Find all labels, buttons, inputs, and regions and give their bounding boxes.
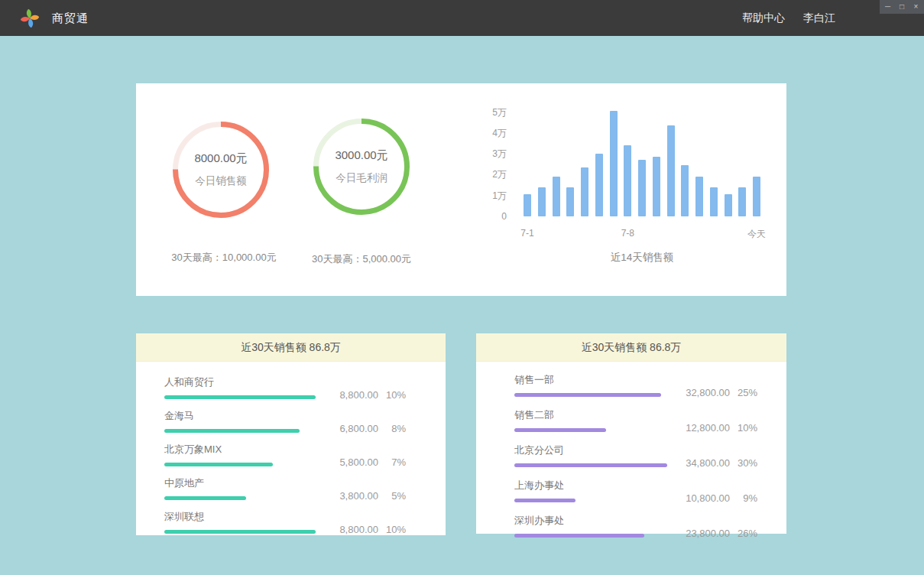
daily-bar xyxy=(753,177,760,216)
rank-item-bar xyxy=(164,429,317,433)
app-title: 商贸通 xyxy=(52,0,89,36)
rank-item-name: 北京分公司 xyxy=(514,443,757,457)
titlebar-nav: 帮助中心 李白江 xyxy=(742,0,835,36)
daily-y-tick: 3万 xyxy=(475,148,507,159)
rank-item-bar xyxy=(514,499,667,502)
rank-item-bar xyxy=(514,428,667,432)
daily-bar xyxy=(638,160,646,216)
titlebar: 商贸通 帮助中心 李白江 ─ □ × xyxy=(0,0,924,36)
rank-item-percent: 10% xyxy=(378,524,406,535)
daily-bar xyxy=(553,177,560,216)
rank-row: 北京分公司34,800.0030% xyxy=(514,443,757,467)
today-sales-caption: 今日销售额 xyxy=(195,174,247,188)
daily-chart-x-axis: 7-17-8今天 xyxy=(524,228,760,240)
rank-item-amount: 12,800.00 xyxy=(679,422,730,434)
rank-item-amount: 32,800.00 xyxy=(679,387,730,398)
profit-30d-max-label: 30天最高：5,000.00元 xyxy=(285,252,438,266)
minimize-button[interactable]: ─ xyxy=(882,0,894,14)
today-sales-donut: 8000.00元 今日销售额 xyxy=(173,122,269,218)
daily-y-tick: 5万 xyxy=(475,107,507,118)
rank-item-bar xyxy=(164,530,317,534)
rank-item-bar xyxy=(164,395,317,399)
rank-item-name: 中原地产 xyxy=(164,476,406,490)
daily-bar xyxy=(710,187,718,216)
rank-item-percent: 10% xyxy=(378,389,406,401)
rank-item-amount: 8,800.00 xyxy=(328,524,378,535)
rank-item-percent: 8% xyxy=(378,423,406,434)
rank-item-percent: 9% xyxy=(730,492,757,504)
rank-item-name: 人和商贸行 xyxy=(164,375,406,389)
rank-row: 北京万象MIX5,800.007% xyxy=(164,443,406,466)
rank-item-amount: 8,800.00 xyxy=(328,389,378,401)
rank-item-name: 深圳办事处 xyxy=(514,514,757,528)
daily-bar xyxy=(538,187,546,216)
daily-bar xyxy=(695,177,703,216)
rank-item-amount: 6,800.00 xyxy=(328,423,378,434)
daily-bar xyxy=(653,157,660,216)
today-sales-value: 8000.00元 xyxy=(194,151,247,166)
rank-item-bar xyxy=(514,463,667,467)
rank-row: 上海办事处10,800.009% xyxy=(514,479,757,502)
daily-y-tick: 0 xyxy=(475,211,507,222)
app-logo-pinwheel-icon xyxy=(18,7,41,30)
customer-ranking-list: 人和商贸行8,800.0010%金海马6,800.008%北京万象MIX5,80… xyxy=(136,362,446,534)
daily-bar xyxy=(610,111,618,216)
app-window: 商贸通 帮助中心 李白江 ─ □ × 8000.00元 今日销售额 30天最高：… xyxy=(0,0,924,575)
rank-item-percent: 25% xyxy=(730,387,757,398)
daily-bar xyxy=(725,194,732,216)
daily-bar xyxy=(524,194,531,216)
department-ranking-card: 近30天销售额 86.8万 销售一部32,800.0025%销售二部12,800… xyxy=(476,333,786,534)
rank-item-name: 销售二部 xyxy=(514,408,757,422)
daily-chart-title: 近14天销售额 xyxy=(524,251,760,265)
daily-y-tick: 4万 xyxy=(475,128,507,138)
customer-ranking-card: 近30天销售额 86.8万 人和商贸行8,800.0010%金海马6,800.0… xyxy=(136,333,446,535)
daily-bar xyxy=(566,187,574,216)
daily-y-tick: 2万 xyxy=(475,169,507,180)
rank-item-bar xyxy=(164,463,317,466)
rank-row: 人和商贸行8,800.0010% xyxy=(164,375,406,399)
rank-item-percent: 5% xyxy=(378,490,406,502)
rank-row: 深圳联想8,800.0010% xyxy=(164,510,406,534)
daily-bar xyxy=(738,187,746,216)
window-controls: ─ □ × xyxy=(880,0,924,14)
rank-item-amount: 5,800.00 xyxy=(328,456,378,468)
daily-bar xyxy=(624,145,631,216)
department-ranking-list: 销售一部32,800.0025%销售二部12,800.0010%北京分公司34,… xyxy=(476,362,786,538)
rank-row: 销售二部12,800.0010% xyxy=(514,408,757,432)
daily-y-tick: 1万 xyxy=(475,190,507,201)
close-button[interactable]: × xyxy=(910,0,922,14)
daily-bar xyxy=(595,154,603,216)
rank-item-name: 北京万象MIX xyxy=(164,443,406,456)
maximize-button[interactable]: □ xyxy=(896,0,908,14)
rank-item-name: 深圳联想 xyxy=(164,510,406,524)
daily-bar xyxy=(581,167,588,216)
rank-item-bar xyxy=(514,534,667,538)
daily-x-tick: 7-1 xyxy=(520,228,533,239)
daily-sales-bar-chart xyxy=(524,102,760,216)
daily-x-tick: 今天 xyxy=(747,228,766,241)
rank-row: 销售一部32,800.0025% xyxy=(514,373,757,397)
department-ranking-header: 近30天销售额 86.8万 xyxy=(476,333,786,362)
rank-row: 深圳办事处23,800.0026% xyxy=(514,514,757,538)
rank-row: 金海马6,800.008% xyxy=(164,409,406,433)
rank-item-amount: 3,800.00 xyxy=(328,490,378,502)
rank-item-amount: 10,800.00 xyxy=(679,492,730,504)
user-menu[interactable]: 李白江 xyxy=(803,11,835,25)
daily-chart-y-axis: 5万4万3万2万1万0 xyxy=(475,102,507,216)
rank-item-name: 金海马 xyxy=(164,409,406,423)
daily-x-tick: 7-8 xyxy=(621,228,634,239)
today-profit-donut: 3000.00元 今日毛利润 xyxy=(313,119,410,215)
rank-item-percent: 7% xyxy=(378,456,406,468)
help-center-link[interactable]: 帮助中心 xyxy=(742,11,785,25)
customer-ranking-header: 近30天销售额 86.8万 xyxy=(136,333,446,362)
rank-item-amount: 34,800.00 xyxy=(679,457,730,469)
today-profit-value: 3000.00元 xyxy=(335,148,387,163)
rank-row: 中原地产3,800.005% xyxy=(164,476,406,500)
rank-item-percent: 10% xyxy=(730,422,757,434)
today-profit-caption: 今日毛利润 xyxy=(336,171,387,185)
rank-item-amount: 23,800.00 xyxy=(679,528,730,539)
rank-item-name: 上海办事处 xyxy=(514,479,757,492)
rank-item-bar xyxy=(514,393,667,397)
daily-bar xyxy=(681,165,689,216)
sales-30d-max-label: 30天最高：10,000.00元 xyxy=(140,251,308,265)
